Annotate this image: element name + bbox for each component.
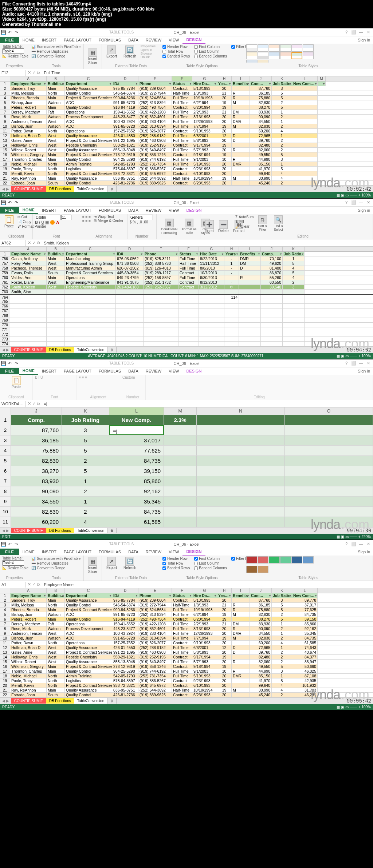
table-row[interactable]: 17Thornton, CharlesMainQuality Control96…	[0, 157, 373, 162]
table-row[interactable]: 17Thornton, CharlesMainQuality Control96…	[0, 669, 373, 674]
name-box[interactable]: WORKDA…	[0, 401, 25, 407]
format-table[interactable]: ▦Format as Table	[180, 215, 199, 238]
formula-bar[interactable]: =j	[43, 401, 373, 407]
banded-cols-check[interactable]: Banded Columns	[194, 54, 227, 59]
sheet-tab-conversion[interactable]: TableConversion	[74, 186, 108, 192]
insert-cells[interactable]: ➕Insert	[203, 215, 216, 238]
column-header[interactable]: New Com…	[292, 593, 318, 598]
formula-bar[interactable]: Smith, Koleen	[43, 240, 373, 246]
column-header[interactable]: Status	[172, 593, 192, 598]
new-sheet[interactable]: ⊕	[107, 186, 117, 192]
table-row[interactable]: 3Mills, MelissaNorthQuality Control546-5…	[0, 603, 373, 608]
header-row-check[interactable]: Header Row	[162, 44, 190, 49]
table-row[interactable]: 7Dorsey, MatthewTaftOperations159-41-555…	[0, 622, 373, 626]
column-header[interactable]: Comp.	[261, 252, 283, 256]
spreadsheet-grid[interactable]: JKLMNO1Comp.Job RatingNew Comp.2.3%287,7…	[0, 407, 373, 527]
save-icon[interactable]: 💾	[0, 29, 7, 36]
table-row[interactable]: 9Anderson, TeasonWestADC100-43-2924(919)…	[0, 119, 373, 124]
fx-icon[interactable]: fx	[37, 70, 40, 75]
table-row[interactable]: 9Anderson, TeasonWestADC100-43-2924(919)…	[0, 631, 373, 636]
table-row[interactable]: 762Smith, KoleenWestPeptide Chemistry261…	[0, 285, 373, 290]
table-row[interactable]: 6Peters, RobertMainQuality Control916-94…	[0, 617, 373, 622]
column-header[interactable]: Hire Da…	[192, 81, 217, 86]
tab-view[interactable]: VIEW	[165, 37, 182, 43]
tab-pagelayout[interactable]: PAGE LAYOUT	[60, 37, 95, 43]
table-row[interactable]: 12Hoffman, Brian DWestQuality Assurance4…	[0, 645, 373, 650]
table-row[interactable]: 7Dorsey, MatthewTaftOperations159-41-555…	[0, 110, 373, 115]
table-row[interactable]: 756Garza, AnthonyMainManufacturing676-03…	[0, 256, 373, 261]
tab-file[interactable]: FILE	[0, 37, 19, 43]
tab-design[interactable]: DESIGN	[182, 36, 205, 44]
sort-filter[interactable]: ⇅Sort & Filter	[256, 215, 269, 232]
table-row[interactable]: 2Sanders, TroyMainQuality Assurance975-8…	[0, 86, 373, 91]
table-row[interactable]: 757Foley, PeterWestProfessional Training…	[0, 261, 373, 266]
last-col-check[interactable]: Last Column	[194, 49, 227, 54]
column-header[interactable]: Yea…	[217, 593, 232, 598]
table-row[interactable]: 8Rose, MarkWatsonProcess Development443-…	[0, 115, 373, 119]
export-button[interactable]: ↗Export	[104, 44, 119, 59]
name-box[interactable]: A762	[0, 240, 25, 246]
resize-table[interactable]: 📐 Resize Table	[2, 54, 27, 59]
cancel-formula-icon[interactable]: ✕	[28, 70, 31, 75]
tab-home[interactable]: HOME	[19, 207, 38, 214]
column-header[interactable]: Job Ratin…	[272, 593, 292, 598]
column-header[interactable]: Benefits	[232, 81, 250, 86]
table-row[interactable]: 16Wilkinson, GregoryMainProject & Contra…	[0, 152, 373, 157]
minimize-icon[interactable]: —	[358, 30, 364, 35]
tab-review[interactable]: REVIEW	[142, 37, 165, 43]
tab-formulas[interactable]: FORMULAS	[95, 37, 125, 43]
column-header[interactable]: Employee Name	[10, 81, 47, 86]
sheet-tab-db[interactable]: DB Functions	[46, 186, 74, 192]
column-header[interactable]: Status	[172, 81, 192, 86]
column-header[interactable]: Buildin…	[47, 593, 65, 598]
column-header[interactable]: New Com…	[292, 81, 318, 86]
table-row[interactable]: 759Evans, RolinSouthProject & Contract S…	[0, 271, 373, 275]
table-row[interactable]: 12Hoffman, Brian DWestQuality Assurance4…	[0, 134, 373, 138]
save-icon[interactable]: 💾	[0, 199, 7, 206]
close-icon[interactable]: ✕	[365, 30, 372, 35]
column-header[interactable]: Buildin…	[47, 81, 65, 86]
sign-in[interactable]: Sign in	[358, 38, 370, 42]
first-col-check[interactable]: First Column	[194, 44, 227, 49]
table-row[interactable]: 15Wilcox, RobertWestQuality Assurance855…	[0, 660, 373, 664]
autosum[interactable]: Σ AutoSum	[235, 215, 254, 219]
table-row[interactable]: 11Potter, DawnNorthOperations157-25-7652…	[0, 641, 373, 645]
table-row[interactable]: 18Noble, MichaelNorthAdmin Training542-0…	[0, 674, 373, 678]
help-icon[interactable]: ?	[343, 30, 350, 35]
table-row[interactable]: 16Wilkinson, GregoryMainProject & Contra…	[0, 664, 373, 669]
table-row[interactable]: 11Potter, DawnNorthOperations157-25-7652…	[0, 129, 373, 134]
find-select[interactable]: 🔍Find & Select	[271, 215, 285, 232]
column-header[interactable]: Hire Da…	[192, 593, 217, 598]
column-header[interactable]	[318, 81, 326, 86]
table-row[interactable]: 3Mills, MelissaNorthQuality Control546-5…	[0, 91, 373, 96]
number-format[interactable]	[130, 215, 153, 220]
column-header[interactable]: ID#	[112, 593, 138, 598]
spreadsheet-grid[interactable]: ABCDEFGHIJKL1Employee NameBuildin…Depart…	[0, 588, 373, 697]
font-size[interactable]	[61, 215, 71, 220]
tab-home[interactable]: HOME	[19, 37, 38, 43]
column-header[interactable]: Employee Name	[10, 252, 47, 256]
column-header[interactable]: Department	[65, 593, 112, 598]
accept-formula-icon[interactable]: ✓	[32, 70, 36, 75]
column-header[interactable]: Employee Name	[10, 593, 47, 598]
table-styles-gallery[interactable]	[246, 44, 319, 63]
summarize-pivot[interactable]: 📊 Summarize with PivotTable	[31, 44, 81, 49]
table-row[interactable]: 4Rhodes, BrendaMainProject & Contract Se…	[0, 608, 373, 612]
cond-format[interactable]: ▦Conditional Formatting	[159, 215, 180, 238]
editing-cell[interactable]: =j	[109, 425, 164, 435]
column-header[interactable]: Yea…	[217, 81, 232, 86]
column-header[interactable]: Hire Date	[199, 252, 224, 256]
convert-range[interactable]: 🔄 Convert to Range	[31, 54, 81, 59]
table-row[interactable]: 19Poole, TracyNorthLogistics575-64-8597(…	[0, 167, 373, 171]
column-header[interactable]: Department	[65, 81, 112, 86]
column-header[interactable]: Phone	[144, 252, 178, 256]
remove-duplicates[interactable]: ➖ Remove Duplicates	[31, 49, 81, 54]
table-row[interactable]: 760Valdez, AnnMainOperations649-23-4799(…	[0, 275, 373, 280]
column-header[interactable]: Com…	[250, 593, 272, 598]
table-row[interactable]: 4Rhodes, BrendaMainProject & Contract Se…	[0, 96, 373, 100]
clear[interactable]: 🧹 Clear	[235, 224, 254, 229]
paste-button[interactable]: 📋Paste	[2, 215, 16, 229]
fill[interactable]: ⬇ Fill	[235, 219, 254, 224]
font-select[interactable]	[35, 215, 60, 220]
column-header[interactable]: Job Ratin…	[272, 81, 292, 86]
